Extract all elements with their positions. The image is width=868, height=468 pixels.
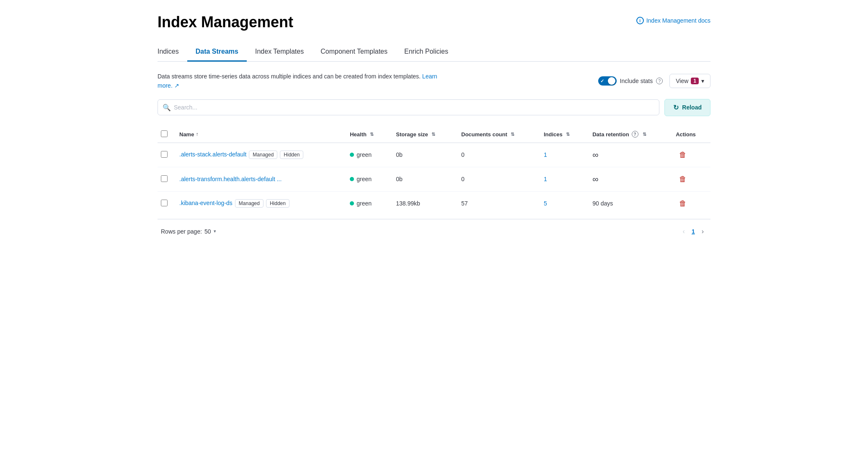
include-stats-help-icon[interactable]: ?	[656, 78, 663, 84]
current-page: 1	[692, 228, 695, 235]
col-header-indices[interactable]: Indices ⇅	[537, 126, 586, 143]
docs-link[interactable]: i Index Management docs	[636, 17, 710, 24]
col-header-actions: Actions	[669, 126, 710, 143]
col-header-health[interactable]: Health ⇅	[343, 126, 389, 143]
tab-bar: Indices Data Streams Index Templates Com…	[158, 43, 710, 62]
view-badge: 1	[691, 78, 699, 84]
docs-link-label: Index Management docs	[646, 17, 710, 24]
select-all-header	[158, 126, 173, 143]
sort-docs-icon: ⇅	[511, 132, 514, 137]
delete-button-0[interactable]: 🗑	[676, 149, 690, 161]
reload-button[interactable]: ↻ Reload	[664, 99, 710, 116]
retention-help-icon[interactable]: ?	[632, 131, 638, 138]
indices-link-1[interactable]: 1	[544, 176, 547, 182]
table-row: .kibana-event-log-dsManagedHiddengreen13…	[158, 191, 710, 216]
storage-size-1: 0b	[389, 167, 455, 191]
pagination-nav: ‹ 1 ›	[679, 226, 707, 237]
row-checkbox-1[interactable]	[161, 175, 168, 182]
view-label: View	[676, 78, 688, 84]
data-retention-1: ∞	[586, 167, 669, 191]
tab-indices[interactable]: Indices	[158, 43, 187, 62]
docs-icon: i	[636, 17, 644, 24]
controls-right: ✓ Include stats ? View 1 ▾	[598, 74, 710, 88]
indices-link-0[interactable]: 1	[544, 151, 547, 158]
reload-label: Reload	[682, 104, 702, 111]
search-input[interactable]	[158, 99, 659, 115]
select-all-checkbox[interactable]	[161, 130, 168, 137]
col-indices-label: Indices	[544, 131, 563, 138]
col-name-label: Name	[179, 131, 194, 138]
health-label-1: green	[356, 176, 372, 182]
col-header-name[interactable]: Name ↑	[173, 126, 343, 143]
infinity-icon-1: ∞	[592, 174, 598, 184]
col-storage-label: Storage size	[396, 131, 428, 138]
health-dot-2	[350, 201, 354, 205]
sort-health-icon: ⇅	[370, 132, 374, 137]
description-text: Data streams store time-series data acro…	[158, 72, 451, 91]
stream-link-2[interactable]: .kibana-event-log-ds	[179, 200, 232, 206]
table-header-row: Name ↑ Health ⇅ Storage size ⇅	[158, 126, 710, 143]
docs-count-2: 57	[455, 191, 537, 216]
storage-size-0: 0b	[389, 143, 455, 167]
badge-managed: Managed	[249, 151, 277, 159]
rows-per-page-control[interactable]: Rows per page: 50 ▾	[161, 228, 216, 235]
col-health-label: Health	[350, 131, 367, 138]
col-header-storage-size[interactable]: Storage size ⇅	[389, 126, 455, 143]
include-stats-toggle[interactable]: ✓	[598, 76, 617, 86]
health-cell-1: green	[350, 176, 382, 182]
tab-index-templates[interactable]: Index Templates	[247, 43, 312, 62]
data-retention-2: 90 days	[586, 191, 669, 216]
health-cell-2: green	[350, 200, 382, 207]
include-stats-label: Include stats	[620, 78, 653, 84]
chevron-down-icon: ▾	[701, 78, 704, 84]
docs-count-1: 0	[455, 167, 537, 191]
indices-link-2[interactable]: 5	[544, 200, 547, 207]
badge-hidden: Hidden	[280, 151, 303, 159]
prev-page-button[interactable]: ‹	[679, 226, 688, 237]
delete-button-1[interactable]: 🗑	[676, 173, 690, 185]
row-checkbox-2[interactable]	[161, 200, 168, 206]
badge-managed: Managed	[235, 199, 264, 208]
sort-storage-icon: ⇅	[431, 132, 435, 137]
health-cell-0: green	[350, 151, 382, 158]
include-stats-control: ✓ Include stats ?	[598, 76, 663, 86]
search-container: 🔍	[158, 99, 659, 115]
table-row: .alerts-stack.alerts-defaultManagedHidde…	[158, 143, 710, 167]
col-docs-label: Documents count	[461, 131, 507, 138]
table-row: .alerts-transform.health.alerts-default …	[158, 167, 710, 191]
storage-size-2: 138.99kb	[389, 191, 455, 216]
reload-icon: ↻	[673, 104, 679, 112]
data-streams-table: Name ↑ Health ⇅ Storage size ⇅	[158, 126, 710, 216]
sort-asc-icon: ↑	[196, 131, 198, 137]
docs-count-0: 0	[455, 143, 537, 167]
badge-hidden: Hidden	[266, 199, 289, 208]
page-title: Index Management	[158, 13, 293, 31]
health-label-0: green	[356, 151, 372, 158]
rows-per-page-label: Rows per page:	[161, 228, 202, 235]
search-reload-bar: 🔍 ↻ Reload	[158, 99, 710, 116]
health-dot-0	[350, 153, 354, 157]
row-checkbox-0[interactable]	[161, 151, 168, 158]
infinity-icon-0: ∞	[592, 150, 598, 159]
rows-per-page-chevron-icon: ▾	[214, 229, 216, 234]
col-retention-label: Data retention	[592, 131, 629, 138]
health-label-2: green	[356, 200, 372, 207]
col-actions-label: Actions	[676, 131, 696, 138]
search-icon: 🔍	[163, 104, 171, 112]
stream-link-0[interactable]: .alerts-stack.alerts-default	[179, 151, 246, 158]
delete-button-2[interactable]: 🗑	[676, 198, 690, 210]
next-page-button[interactable]: ›	[698, 226, 707, 237]
tab-component-templates[interactable]: Component Templates	[312, 43, 396, 62]
health-dot-1	[350, 177, 354, 181]
stream-link-1[interactable]: .alerts-transform.health.alerts-default …	[179, 176, 282, 182]
description-bar: Data streams store time-series data acro…	[158, 72, 710, 91]
sort-indices-icon: ⇅	[566, 132, 570, 137]
tab-enrich-policies[interactable]: Enrich Policies	[396, 43, 457, 62]
tab-data-streams[interactable]: Data Streams	[187, 43, 247, 62]
sort-retention-icon: ⇅	[643, 132, 646, 137]
data-retention-0: ∞	[586, 143, 669, 167]
view-button[interactable]: View 1 ▾	[669, 74, 710, 88]
pagination-bar: Rows per page: 50 ▾ ‹ 1 ›	[158, 219, 710, 237]
col-header-documents-count[interactable]: Documents count ⇅	[455, 126, 537, 143]
col-header-data-retention[interactable]: Data retention ? ⇅	[586, 126, 669, 143]
